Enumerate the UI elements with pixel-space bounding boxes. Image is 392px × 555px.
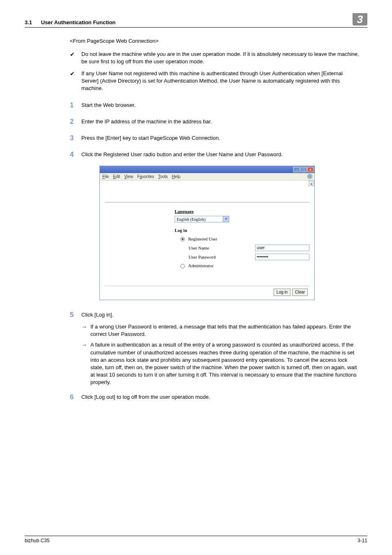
- menu-edit[interactable]: Edit: [113, 174, 120, 180]
- step-number: 4: [70, 150, 81, 160]
- step-5: 5 Click [Log in].: [70, 310, 359, 320]
- sub-note: → A failure in authentication as a resul…: [81, 341, 359, 386]
- step-text: Press the [Enter] key to start PageScope…: [81, 133, 359, 143]
- chapter-badge: 3: [353, 13, 367, 25]
- note-item: ✔ Do not leave the machine while you are…: [70, 51, 359, 65]
- menu-favorites[interactable]: Favorites: [137, 174, 154, 180]
- menu-file[interactable]: File: [102, 174, 109, 180]
- browser-screenshot: – □ × File Edit View Favorites Tools Hel…: [99, 166, 315, 300]
- menu-help[interactable]: Help: [172, 174, 180, 180]
- radio-administrator[interactable]: [180, 264, 185, 268]
- page-header: 3.1 User Authentication Function 3: [25, 16, 367, 28]
- arrow-icon: →: [81, 341, 90, 386]
- sub-note-text: A failure in authentication as a result …: [90, 341, 359, 386]
- menu-tools[interactable]: Tools: [158, 174, 168, 180]
- password-input[interactable]: ••••••••: [255, 254, 309, 260]
- note-item: ✔ If any User Name not registered with t…: [70, 70, 359, 92]
- step-number: 5: [70, 310, 81, 320]
- step-number: 3: [70, 133, 81, 143]
- menu-view[interactable]: View: [124, 174, 133, 180]
- step-text: Click [Log out] to log off from the user…: [81, 392, 359, 402]
- radio-admin-label: Administrator: [188, 263, 214, 269]
- radio-registered-user[interactable]: [180, 237, 185, 241]
- step-number: 1: [70, 100, 81, 110]
- radio-registered-label: Registered User: [188, 236, 217, 242]
- step-text: Start the Web browser.: [81, 100, 359, 110]
- check-icon: ✔: [70, 51, 81, 65]
- minimize-icon[interactable]: –: [293, 167, 300, 172]
- username-input[interactable]: user: [255, 245, 309, 251]
- sub-note: → If a wrong User Password is entered, a…: [81, 323, 359, 338]
- subheading: <From PageScope Web Connection>: [70, 37, 359, 45]
- blank-header-area: [105, 183, 309, 203]
- step-3: 3 Press the [Enter] key to start PageSco…: [70, 133, 359, 143]
- step-1: 1 Start the Web browser.: [70, 100, 359, 110]
- step-text: Enter the IP address of the machine in t…: [81, 117, 359, 127]
- arrow-icon: →: [81, 323, 90, 338]
- step-2: 2 Enter the IP address of the machine in…: [70, 117, 359, 127]
- section-title: User Authentication Function: [41, 19, 116, 25]
- footer-left: bizhub C35: [25, 538, 50, 543]
- section-number: 3.1: [25, 19, 32, 25]
- close-icon[interactable]: ×: [307, 167, 314, 172]
- maximize-icon[interactable]: □: [300, 167, 307, 172]
- ie-logo-icon: [307, 173, 313, 179]
- language-label: Language: [175, 208, 309, 215]
- page-footer: bizhub C35 3-11: [25, 536, 367, 543]
- step-number: 2: [70, 117, 81, 127]
- login-button[interactable]: Log in: [274, 289, 291, 296]
- login-heading: Log in: [175, 227, 309, 234]
- username-label: User Name: [189, 245, 255, 251]
- scroll-up-icon[interactable]: ▴: [309, 180, 314, 186]
- clear-button[interactable]: Clear: [292, 289, 308, 296]
- step-4: 4 Click the Registered User radio button…: [70, 150, 359, 160]
- footer-right: 3-11: [357, 538, 367, 543]
- browser-menubar: File Edit View Favorites Tools Help: [100, 173, 314, 180]
- step-text: Click the Registered User radio button a…: [81, 150, 359, 160]
- note-text: Do not leave the machine while you are i…: [81, 51, 359, 65]
- step-6: 6 Click [Log out] to log off from the us…: [70, 392, 359, 402]
- step-number: 6: [70, 392, 81, 402]
- sub-note-text: If a wrong User Password is entered, a m…: [90, 323, 359, 338]
- check-icon: ✔: [70, 70, 81, 92]
- chevron-down-icon[interactable]: ▾: [223, 216, 229, 222]
- window-titlebar: – □ ×: [100, 166, 314, 173]
- note-text: If any User Name not registered with thi…: [81, 70, 359, 92]
- step-text: Click [Log in].: [81, 310, 359, 320]
- password-label: User Password: [189, 254, 255, 260]
- language-select[interactable]: English (English): [175, 216, 223, 222]
